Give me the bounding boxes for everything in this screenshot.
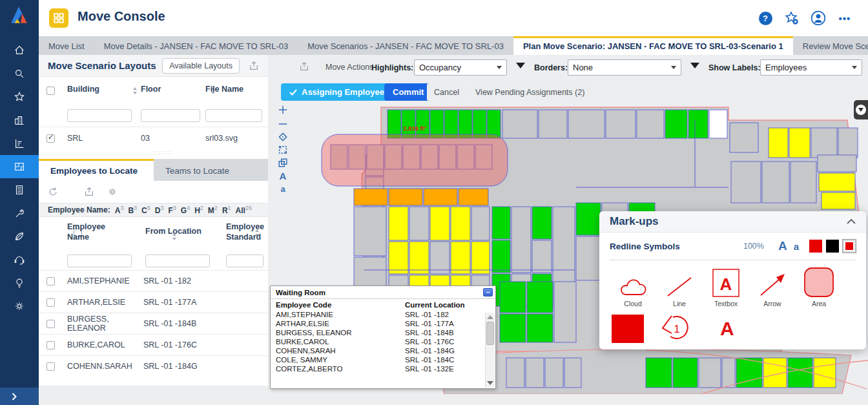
- col-building[interactable]: Building: [67, 85, 99, 94]
- waiting-room-row[interactable]: CORTEZ,ALBERTOSRL -01 -132E: [271, 364, 495, 373]
- floor-filter-input[interactable]: [141, 109, 200, 122]
- waiting-room-header[interactable]: Waiting Room –: [271, 286, 495, 299]
- employee-row[interactable]: AMI,STEPHANIE SRL -01 -182: [39, 270, 268, 291]
- col-floor[interactable]: Floor: [141, 85, 161, 94]
- export-plan-icon[interactable]: [299, 61, 309, 72]
- zoom-level-value[interactable]: 100%: [743, 242, 764, 251]
- font-small-button[interactable]: a: [794, 241, 799, 252]
- symbol-cloud[interactable]: Cloud: [610, 275, 656, 307]
- row-checkbox[interactable]: [46, 362, 55, 371]
- export-employees-icon[interactable]: [84, 187, 94, 197]
- app-logo[interactable]: [9, 5, 30, 25]
- col-employee-name[interactable]: Employee Name: [67, 222, 125, 242]
- highlights-select[interactable]: Occupancy: [414, 59, 507, 76]
- scroll-up-icon[interactable]: [487, 315, 493, 319]
- borders-filter-icon[interactable]: [690, 63, 699, 68]
- waiting-room-popup[interactable]: Waiting Room – Employee Code Current Loc…: [270, 286, 496, 389]
- letter-filter-m[interactable]: M2: [208, 205, 218, 215]
- row-checkbox[interactable]: [46, 320, 55, 328]
- sidebar-item-settings[interactable]: [0, 295, 39, 318]
- export-icon[interactable]: [249, 61, 259, 71]
- show-labels-select[interactable]: Employees: [760, 59, 862, 76]
- symbol-arrow[interactable]: Arrow: [749, 272, 796, 307]
- waiting-room-row[interactable]: COHENN,SARAHSRL -01 -184G: [271, 346, 495, 355]
- col-employee-standard[interactable]: Employee Standard: [226, 222, 268, 242]
- tab-move-details[interactable]: Move Details - JANSEN - FAC MOVE TO SRL-…: [94, 36, 298, 55]
- font-large-button[interactable]: A: [778, 239, 787, 253]
- col-from-location[interactable]: From Location: [145, 227, 202, 236]
- sort-building-icon[interactable]: [132, 87, 138, 94]
- sidebar-item-tools[interactable]: [0, 202, 39, 225]
- markups-header[interactable]: Mark-ups: [599, 211, 866, 233]
- account-button[interactable]: [811, 10, 826, 26]
- letter-filter-h[interactable]: H2: [194, 205, 203, 215]
- markups-panel[interactable]: Mark-ups Redline Symbols 100% A a Cloud …: [599, 211, 866, 349]
- building-filter-input[interactable]: [67, 109, 132, 122]
- employee-row[interactable]: BURGESS, ELEANOR SRL -01 -184B: [39, 313, 268, 334]
- more-menu-button[interactable]: •••: [837, 10, 852, 26]
- chevron-up-icon[interactable]: [847, 219, 856, 224]
- row-checkbox[interactable]: [46, 277, 55, 286]
- sidebar-item-sustainability[interactable]: [0, 225, 39, 248]
- layouts-select-all-checkbox[interactable]: [46, 87, 55, 95]
- sidebar-item-buildings[interactable]: [0, 109, 39, 132]
- sidebar-item-ideas[interactable]: [0, 271, 39, 295]
- letter-filter-a[interactable]: A3: [115, 205, 124, 215]
- tab-plan-move-scenario[interactable]: Plan Move Scenario: JANSEN - FAC MOVE TO…: [513, 36, 793, 55]
- waiting-room-row[interactable]: ARTHAR,ELSIESRL -01 -177A: [271, 319, 495, 328]
- tab-teams-to-locate[interactable]: Teams to Locate: [154, 159, 241, 181]
- letter-filter-r[interactable]: R1: [222, 205, 231, 215]
- tab-review-move-scenario[interactable]: Review Move Scenario: [793, 36, 868, 55]
- expand-sidebar-button[interactable]: [0, 388, 39, 405]
- letter-filter-all[interactable]: All26: [236, 205, 252, 215]
- symbol-line[interactable]: Line: [656, 275, 703, 307]
- highlights-filter-icon[interactable]: [516, 63, 525, 68]
- settings-gear-icon[interactable]: [107, 187, 118, 197]
- minimize-icon[interactable]: –: [483, 288, 493, 296]
- sidebar-item-home[interactable]: [0, 39, 39, 62]
- row-checkbox[interactable]: [46, 341, 55, 349]
- from-location-filter-input[interactable]: [145, 254, 210, 267]
- employee-standard-filter-input[interactable]: [226, 254, 264, 267]
- employee-row[interactable]: ARTHAR,ELSIE SRL -01 -177A: [39, 291, 268, 313]
- refresh-icon[interactable]: [48, 187, 58, 197]
- layout-row[interactable]: SRL 03 srl03.svg: [39, 127, 268, 149]
- letter-filter-f[interactable]: F3: [168, 205, 176, 215]
- borders-select[interactable]: None: [568, 59, 681, 76]
- sidebar-item-reports[interactable]: [0, 132, 39, 155]
- row-checkbox[interactable]: [46, 298, 55, 307]
- employee-row[interactable]: COHENN.SARAH SRL -01 -184G: [39, 355, 268, 377]
- sidebar-item-support[interactable]: [0, 248, 39, 271]
- scrollbar-thumb[interactable]: [486, 322, 494, 345]
- scrollbar[interactable]: [485, 313, 495, 388]
- layout-row-checkbox[interactable]: [46, 134, 55, 143]
- sidebar-item-assets[interactable]: [0, 178, 39, 202]
- panel-resize-handle[interactable]: ··················: [142, 151, 181, 156]
- waiting-room-row[interactable]: BURKE,CAROLSRL -01 -176C: [271, 337, 495, 346]
- waiting-room-row[interactable]: COLE, SAMMYSRL -01 -184C: [271, 355, 495, 364]
- file-name-filter-input[interactable]: [205, 109, 262, 122]
- letter-filter-g[interactable]: G4: [181, 205, 190, 215]
- sidebar-item-search[interactable]: [0, 62, 39, 85]
- favorite-add-button[interactable]: [784, 10, 800, 26]
- color-swatch-black[interactable]: [826, 240, 839, 253]
- symbol-text[interactable]: A: [720, 318, 734, 340]
- tab-move-scenarios[interactable]: Move Scenarios - JANSEN - FAC MOVE TO SR…: [298, 36, 513, 55]
- symbol-rotate-stamp[interactable]: 1: [659, 313, 693, 345]
- tab-move-list[interactable]: Move List: [39, 36, 94, 55]
- symbol-filled-rectangle[interactable]: [612, 315, 644, 343]
- symbol-area[interactable]: Area: [796, 267, 842, 307]
- collapse-panel-button[interactable]: [854, 100, 868, 119]
- sidebar-item-favorites[interactable]: [0, 85, 39, 109]
- employee-name-filter-input[interactable]: [67, 254, 132, 267]
- tab-employees-to-locate[interactable]: Employees to Locate: [39, 159, 154, 181]
- help-button[interactable]: ?: [758, 10, 773, 26]
- sidebar-item-floor-plans[interactable]: [0, 155, 39, 178]
- waiting-room-row[interactable]: AMI,STEPHANIESRL -01 -182: [271, 310, 495, 319]
- color-swatch-selected[interactable]: [843, 240, 856, 253]
- employee-row[interactable]: BURKE,CAROL SRL -01 -176C: [39, 334, 268, 355]
- col-file-name[interactable]: File Name: [205, 85, 243, 94]
- color-swatch-red[interactable]: [809, 240, 822, 253]
- available-layouts-button[interactable]: Available Layouts: [162, 58, 240, 74]
- waiting-room-row[interactable]: BURGESS, ELEANORSRL -01 -184B: [271, 328, 495, 337]
